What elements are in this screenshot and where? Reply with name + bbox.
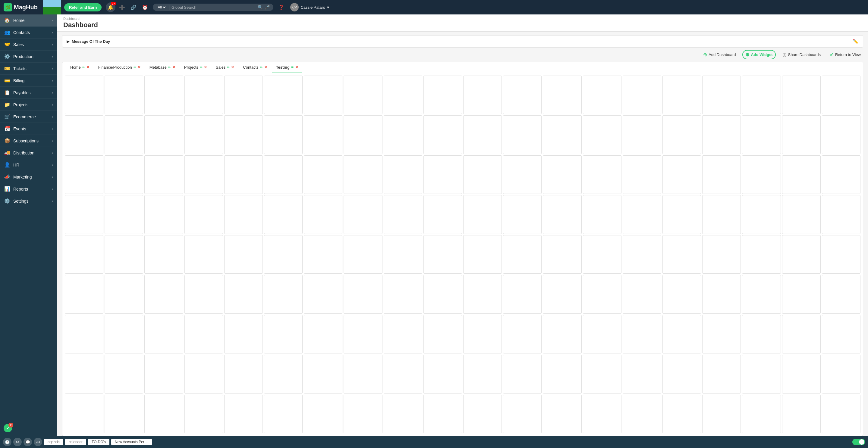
grid-cell <box>702 315 741 353</box>
grid-cell <box>65 76 103 114</box>
grid-cell <box>384 115 422 154</box>
tab-testing-close-icon[interactable]: ✕ <box>296 65 298 69</box>
add-dashboard-label: Add Dashboard <box>709 53 736 57</box>
sidebar-label-production: Production <box>13 54 33 59</box>
sidebar-item-production[interactable]: ⚙️ Production › <box>0 50 57 63</box>
grid-cell <box>264 156 303 194</box>
tab-testing-edit-icon[interactable]: ✏ <box>291 65 294 69</box>
tab-sales-edit-icon[interactable]: ✏ <box>227 65 230 69</box>
tab-contacts[interactable]: Contacts ✏ ✕ <box>239 62 271 73</box>
marketing-icon: 📣 <box>4 174 10 180</box>
user-menu[interactable]: CP Cassie Pataro ▾ <box>290 3 329 11</box>
tab-finance-close-icon[interactable]: ✕ <box>138 65 141 69</box>
sidebar-item-projects[interactable]: 📁 Projects › <box>0 99 57 111</box>
link-icon[interactable]: 🔗 <box>129 2 138 12</box>
bottom-tag-icon[interactable]: 🏷 <box>34 438 42 446</box>
tab-sales[interactable]: Sales ✏ ✕ <box>212 62 239 73</box>
sidebar-item-settings[interactable]: ⚙️ Settings › <box>0 195 57 207</box>
grid-cell <box>184 315 223 353</box>
grid-cell <box>344 156 382 194</box>
sidebar-item-ecommerce[interactable]: 🛒 Ecommerce › <box>0 111 57 123</box>
grid-cell <box>65 156 103 194</box>
task-footer[interactable]: ✓ 2 <box>0 420 57 436</box>
refer-earn-button[interactable]: Refer and Earn <box>64 3 101 11</box>
grid-cell <box>144 115 183 154</box>
sidebar-item-events[interactable]: 📅 Events › <box>0 123 57 135</box>
breadcrumb: Dashboard <box>63 17 862 21</box>
sidebar-item-payables[interactable]: 📋 Payables › <box>0 87 57 99</box>
sidebar-item-sales[interactable]: 🤝 Sales › <box>0 38 57 50</box>
tab-metabase-edit-icon[interactable]: ✏ <box>168 65 171 69</box>
bottom-clock-icon[interactable]: 🕐 <box>3 438 11 446</box>
motd-arrow-icon[interactable]: ▶ <box>67 39 69 44</box>
tab-testing[interactable]: Testing ✏ ✕ <box>272 62 302 73</box>
grid-cell <box>184 115 223 154</box>
sidebar-item-subscriptions[interactable]: 📦 Subscriptions › <box>0 135 57 147</box>
add-widget-button[interactable]: ⊕ Add Widget <box>742 50 775 59</box>
search-input[interactable] <box>172 5 256 10</box>
tab-projects[interactable]: Projects ✏ ✕ <box>180 62 211 73</box>
events-icon: 📅 <box>4 126 10 132</box>
sidebar-label-ecommerce: Ecommerce <box>13 114 36 119</box>
tab-contacts-edit-icon[interactable]: ✏ <box>260 65 263 69</box>
grid-cell <box>65 235 103 274</box>
sidebar-item-reports[interactable]: 📊 Reports › <box>0 183 57 195</box>
sidebar-item-marketing[interactable]: 📣 Marketing › <box>0 171 57 183</box>
search-icon[interactable]: 🔍 <box>258 5 263 10</box>
tab-sales-close-icon[interactable]: ✕ <box>231 65 234 69</box>
bottom-tab-todos[interactable]: TO-DO's <box>88 439 110 445</box>
search-scope-select[interactable]: All <box>156 5 167 10</box>
sidebar-item-tickets[interactable]: 🎫 Tickets › <box>0 63 57 75</box>
bottom-chat-icon[interactable]: 💬 <box>24 438 32 446</box>
sidebar-label-reports: Reports <box>13 187 28 192</box>
tab-home-close-icon[interactable]: ✕ <box>87 65 89 69</box>
grid-cell <box>144 355 183 393</box>
microphone-icon[interactable]: 🎤 <box>265 5 270 10</box>
tab-projects-edit-icon[interactable]: ✏ <box>200 65 203 69</box>
add-icon[interactable]: ➕ <box>117 2 127 12</box>
grid-cell <box>463 115 502 154</box>
grid-cell <box>583 195 621 234</box>
motd-edit-icon[interactable]: ✏️ <box>852 38 859 44</box>
tab-metabase-close-icon[interactable]: ✕ <box>173 65 175 69</box>
ecommerce-icon: 🛒 <box>4 114 10 119</box>
grid-cell <box>264 115 303 154</box>
tab-finance-edit-icon[interactable]: ✏ <box>133 65 136 69</box>
grid-cell <box>184 235 223 274</box>
grid-cell <box>224 156 263 194</box>
tab-contacts-close-icon[interactable]: ✕ <box>264 65 267 69</box>
tab-home-edit-icon[interactable]: ✏ <box>82 65 85 69</box>
clock-icon[interactable]: ⏰ <box>140 2 150 12</box>
tab-metabase[interactable]: Metabase ✏ ✕ <box>145 62 179 73</box>
logo[interactable]: 🌿 MagHub <box>4 3 38 11</box>
tickets-icon: 🎫 <box>4 66 10 71</box>
tab-finance-production[interactable]: Finance/Production ✏ ✕ <box>94 62 145 73</box>
tab-home-label: Home <box>70 65 81 70</box>
grid-cell <box>623 355 661 393</box>
share-dashboards-button[interactable]: ◎ Share Dashboards <box>780 50 823 59</box>
bottom-tab-agenda[interactable]: agenda <box>44 439 63 445</box>
projects-icon: 📁 <box>4 102 10 107</box>
bottom-tab-calendar[interactable]: calendar <box>65 439 86 445</box>
grid-cell <box>144 235 183 274</box>
grid-cell <box>702 235 741 274</box>
add-dashboard-button[interactable]: ⊕ Add Dashboard <box>701 50 738 59</box>
sidebar-item-contacts[interactable]: 👥 Contacts › <box>0 27 57 38</box>
bottom-tab-new-accounts[interactable]: New Accounts Per ... <box>111 439 152 445</box>
help-icon[interactable]: ❓ <box>276 2 286 12</box>
tab-home[interactable]: Home ✏ ✕ <box>66 62 93 73</box>
return-to-view-button[interactable]: ✔ Return to View <box>827 50 863 59</box>
sidebar-item-billing[interactable]: 💳 Billing › <box>0 75 57 87</box>
contacts-icon: 👥 <box>4 30 10 35</box>
notifications-bell-icon[interactable]: 🔔27 <box>106 2 116 12</box>
bottom-mail-icon[interactable]: ✉ <box>13 438 22 446</box>
grid-cell <box>822 115 861 154</box>
tab-testing-label: Testing <box>276 65 290 70</box>
tab-projects-close-icon[interactable]: ✕ <box>204 65 207 69</box>
bottom-toggle[interactable] <box>852 439 865 445</box>
sidebar-item-home[interactable]: 🏠 Home › <box>0 14 57 27</box>
grid-cell <box>344 355 382 393</box>
sidebar-item-distribution[interactable]: 🚚 Distribution › <box>0 147 57 159</box>
grid-cell <box>463 195 502 234</box>
sidebar-item-hr[interactable]: 👤 HR › <box>0 159 57 171</box>
